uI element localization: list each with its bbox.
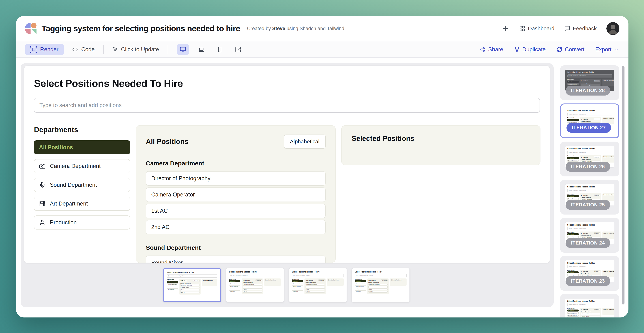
convert-button[interactable]: Convert [556, 46, 584, 53]
version-thumbnail[interactable]: Select Positions Needed To Hire Type to … [289, 268, 347, 302]
toolbar-divider [168, 45, 168, 54]
iteration-card-26[interactable]: Select Positions Needed To Hire Type to … [560, 142, 619, 176]
department-button-camera[interactable]: Camera Department [34, 159, 130, 173]
iteration-card-23[interactable]: Select Positions Needed To Hire Type to … [560, 256, 619, 291]
mini-search-input: Type to search and add positions [568, 151, 612, 154]
mini-sort-button: Alphabetical [594, 194, 600, 196]
toolbar-divider [103, 45, 104, 54]
mini-department-item: Camera Department [355, 283, 366, 285]
version-thumbnail[interactable]: Select Positions Needed To Hire Type to … [352, 268, 410, 302]
mini-departments-heading: Departments [355, 279, 366, 280]
mini-heading: Select Positions Needed To Hire [568, 224, 612, 226]
mini-sort-button: Alphabetical [594, 232, 600, 234]
position-item[interactable]: Sound Mixer [146, 256, 326, 263]
department-button-production[interactable]: Production [34, 215, 130, 230]
position-item[interactable]: Director of Photography [146, 171, 326, 186]
cursor-icon [112, 47, 118, 52]
mini-departments-heading: Departments [568, 308, 578, 309]
app-window: Tagging system for selecting positions n… [16, 16, 628, 318]
mini-group-heading: Camera Department [306, 282, 325, 283]
person-icon [39, 219, 46, 226]
mini-group-heading: Camera Department [581, 121, 600, 122]
selected-positions-title: Selected Positions [352, 135, 530, 142]
iteration-card-25[interactable]: Select Positions Needed To Hire Type to … [560, 180, 619, 215]
desktop-view-toggle[interactable] [177, 44, 189, 55]
created-by-text: Created by Steve using Shadcn and Tailwi… [247, 26, 344, 31]
mini-positions-title: All Positions [581, 309, 588, 310]
avatar[interactable] [606, 22, 620, 35]
mini-search-input: Type to search and add positions [568, 189, 612, 192]
mini-department-selected: All Positions [167, 281, 178, 283]
code-tab[interactable]: Code [72, 46, 95, 53]
mini-selected-title: Selected Positions [604, 271, 614, 272]
code-icon [72, 46, 78, 52]
refresh-icon [556, 47, 562, 52]
laptop-view-toggle[interactable] [195, 44, 208, 55]
mini-columns: Departments All Positions Camera Departm… [167, 279, 218, 295]
position-item[interactable]: 2nd AC [146, 220, 326, 234]
mini-department-item: Camera Department [568, 312, 578, 314]
mini-sort-button: Alphabetical [594, 309, 600, 311]
mini-positions-title: All Positions [581, 118, 588, 120]
magic-patterns-logo[interactable] [25, 23, 36, 34]
position-item[interactable]: Camera Operator [146, 187, 326, 202]
mini-selected-title: Selected Positions [604, 232, 614, 234]
share-button[interactable]: Share [480, 46, 503, 53]
click-to-update-button[interactable]: Click to Update [112, 46, 159, 53]
mini-position-item: 1st AC [306, 288, 325, 290]
iteration-card-24[interactable]: Select Positions Needed To Hire Type to … [560, 218, 619, 253]
iteration-card-partial[interactable]: Select Positions Needed To Hire Type to … [560, 294, 619, 318]
mini-positions-header: All Positions Alphabetical [368, 279, 388, 281]
iteration-card-28[interactable]: Select Positions Needed To Hire Type to … [560, 65, 619, 100]
mini-group-heading: Camera Department [581, 235, 600, 236]
toolbar-right-actions: Share Duplicate Convert Export [480, 46, 619, 53]
iteration-badge: ITERATION 26 [566, 162, 610, 172]
version-thumbnail-selected[interactable]: Select Positions Needed To Hire Type to … [163, 268, 221, 302]
mini-search-input: Type to search and add positions [167, 275, 218, 278]
mini-position-item: 2nd AC [180, 291, 200, 293]
selected-positions-panel: Selected Positions [341, 125, 540, 165]
mini-department-item: Camera Department [568, 83, 578, 85]
header: Tagging system for selecting positions n… [16, 16, 628, 41]
mini-app-preview: Select Positions Needed To Hire Type to … [289, 268, 346, 302]
open-preview-icon[interactable] [232, 44, 244, 55]
search-input[interactable] [34, 98, 540, 113]
mini-positions-panel: All Positions Alphabetical Camera Depart… [367, 279, 389, 294]
created-by-name: Steve [272, 26, 285, 31]
mini-departments-heading: Departments [568, 270, 578, 271]
mini-positions-title: All Positions [243, 280, 250, 281]
mini-search-input: Type to search and add positions [229, 274, 281, 277]
alphabetical-sort-button[interactable]: Alphabetical [284, 135, 326, 149]
sidebar-scrollbar[interactable] [622, 66, 624, 305]
mini-department-item: Sound Department [355, 285, 366, 287]
feedback-button[interactable]: Feedback [564, 25, 597, 32]
mini-selected-panel: Selected Positions [602, 79, 614, 86]
dashboard-button[interactable]: Dashboard [519, 25, 554, 32]
department-label: Art Department [50, 200, 88, 207]
render-tab[interactable]: Render [25, 44, 64, 55]
department-button-all-positions[interactable]: All Positions [34, 140, 130, 154]
content-columns: Departments All Positions Camera Departm… [34, 125, 540, 263]
department-button-sound[interactable]: Sound Department [34, 178, 130, 192]
plus-icon[interactable] [502, 25, 510, 32]
mini-positions-title: All Positions [180, 280, 188, 282]
mini-positions-header: All Positions Alphabetical [581, 194, 600, 196]
mini-department-selected: All Positions [568, 157, 578, 159]
mini-position-item: Director of Photography [368, 284, 388, 286]
mobile-view-toggle[interactable] [214, 44, 226, 55]
mini-columns: Departments All Positions Camera Departm… [568, 308, 612, 318]
mini-positions-header: All Positions Alphabetical [581, 156, 600, 158]
all-positions-panel: All Positions Alphabetical Camera Depart… [136, 125, 336, 263]
position-item[interactable]: 1st AC [146, 204, 326, 218]
mini-sort-button: Alphabetical [256, 279, 262, 281]
duplicate-button[interactable]: Duplicate [514, 46, 546, 53]
version-thumbnail[interactable]: Select Positions Needed To Hire Type to … [226, 268, 284, 302]
iteration-card-27[interactable]: Select Positions Needed To Hire Type to … [560, 103, 619, 138]
mini-positions-title: All Positions [581, 195, 588, 196]
click-to-update-label: Click to Update [121, 46, 159, 53]
department-button-art[interactable]: Art Department [34, 197, 130, 211]
mini-position-item: 1st AC [243, 288, 262, 290]
export-dropdown[interactable]: Export [595, 46, 619, 53]
mini-search-input: Type to search and add positions [355, 274, 406, 277]
mini-group-heading: Camera Department [581, 273, 600, 274]
